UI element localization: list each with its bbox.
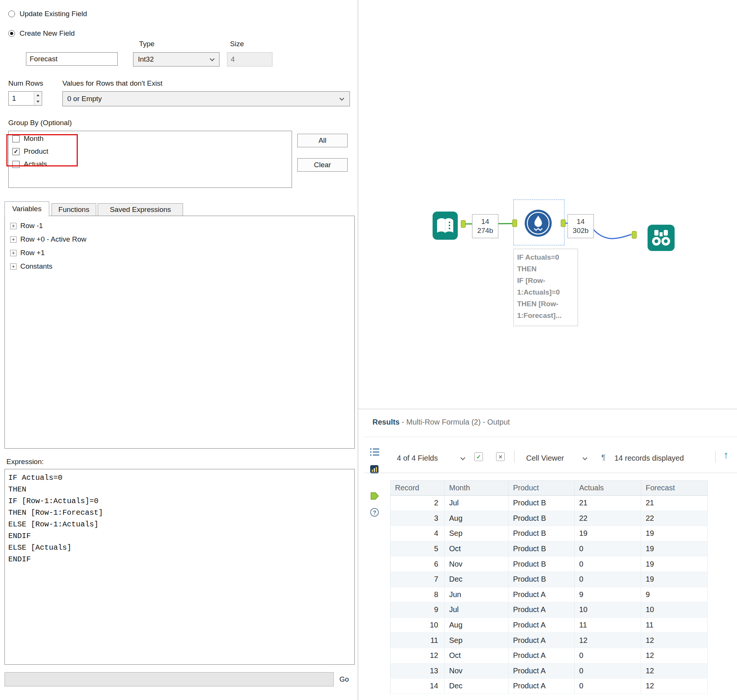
table-row[interactable]: 5OctProduct B019 (390, 541, 708, 556)
table-cell: 12 (641, 648, 708, 663)
profile-view-icon[interactable] (370, 465, 378, 473)
connection1-label[interactable]: 14 274b (472, 214, 498, 238)
expand-icon[interactable]: + (10, 236, 17, 243)
list-view-icon[interactable] (370, 448, 380, 456)
table-cell: Product B (508, 541, 575, 556)
input-output-anchor[interactable] (461, 220, 466, 228)
values-rows-dropdown[interactable]: 0 or Empty (62, 91, 350, 106)
table-cell: 19 (641, 556, 708, 572)
table-cell: Product B (508, 511, 575, 526)
update-existing-radio[interactable] (8, 11, 15, 17)
table-cell: Product A (508, 663, 575, 679)
table-cell: 8 (390, 587, 445, 602)
column-header[interactable]: Actuals (575, 481, 641, 496)
spinner-down-button[interactable] (34, 98, 41, 105)
connection2-records: 14 (577, 217, 584, 226)
table-row[interactable]: 10AugProduct A1111 (390, 617, 708, 633)
type-label: Type (139, 40, 154, 48)
column-header[interactable]: Product (508, 481, 575, 496)
column-header[interactable]: Forecast (641, 481, 708, 496)
formula-output-anchor[interactable] (561, 219, 566, 227)
pilcrow-icon: ¶ (601, 453, 605, 462)
scroll-up-icon[interactable]: ↑ (723, 449, 729, 461)
annotation-highlight-box (6, 134, 78, 166)
type-dropdown[interactable]: Int32 (133, 52, 219, 67)
table-cell: 0 (575, 663, 641, 679)
table-row[interactable]: 6NovProduct B019 (390, 556, 708, 572)
column-header[interactable]: Record (390, 481, 445, 496)
select-fields-icon[interactable]: ✓ (474, 452, 483, 461)
table-cell: 11 (390, 633, 445, 648)
spinner-up-button[interactable] (34, 92, 41, 98)
size-input[interactable]: 4 (227, 52, 272, 67)
tab-variables[interactable]: Variables (5, 201, 49, 216)
table-row[interactable]: 11SepProduct A1212 (390, 633, 708, 648)
tree-item[interactable]: +Row +1 (5, 246, 354, 260)
table-cell: 0 (575, 679, 641, 694)
table-cell: Product B (508, 496, 575, 511)
tree-item-label: Row +0 - Active Row (20, 235, 86, 243)
table-row[interactable]: 7DecProduct B019 (390, 571, 708, 587)
table-row[interactable]: 9JulProduct A1010 (390, 602, 708, 618)
results-title-bold: Results (372, 418, 400, 426)
browse-input-anchor[interactable] (632, 231, 637, 239)
table-row[interactable]: 8JunProduct A99 (390, 587, 708, 602)
deselect-fields-icon[interactable]: ✕ (496, 452, 505, 461)
fields-summary-dropdown[interactable]: 4 of 4 Fields (397, 454, 438, 463)
table-cell: Aug (445, 617, 508, 633)
table-cell: Aug (445, 511, 508, 526)
clear-button[interactable]: Clear (297, 158, 348, 172)
output-anchor-icon[interactable] (370, 491, 379, 500)
expand-icon[interactable]: + (10, 250, 17, 256)
go-button[interactable]: Go (339, 675, 349, 683)
num-rows-spinner[interactable]: 1 (8, 91, 42, 106)
table-cell: 21 (575, 496, 641, 511)
tree-item[interactable]: +Constants (5, 260, 354, 273)
all-button[interactable]: All (297, 134, 348, 147)
expand-icon[interactable]: + (10, 263, 17, 270)
results-table: RecordMonthProductActualsForecast 2JulPr… (390, 480, 708, 694)
cell-viewer-dropdown[interactable]: Cell Viewer (526, 454, 564, 463)
expression-code[interactable]: IF Actuals=0 THEN IF [Row-1:Actuals]=0 T… (8, 472, 103, 565)
table-cell: 12 (641, 679, 708, 694)
table-cell: Product A (508, 679, 575, 694)
table-cell: Sep (445, 526, 508, 541)
table-row[interactable]: 12OctProduct A012 (390, 648, 708, 663)
tab-functions[interactable]: Functions (51, 203, 96, 216)
expand-icon[interactable]: + (10, 223, 17, 229)
column-header[interactable]: Month (445, 481, 508, 496)
values-rows-value: 0 or Empty (67, 95, 102, 103)
tree-item[interactable]: +Row +0 - Active Row (5, 233, 354, 246)
table-cell: Product A (508, 602, 575, 618)
table-cell: 10 (390, 617, 445, 633)
multi-row-formula-tool[interactable] (524, 209, 552, 237)
table-cell: 9 (575, 587, 641, 602)
table-row[interactable]: 2JulProduct B2121 (390, 496, 708, 511)
connection2-size: 302b (573, 226, 589, 235)
formula-input-anchor[interactable] (512, 219, 517, 227)
browse-tool[interactable] (647, 224, 675, 251)
tab-saved-expressions[interactable]: Saved Expressions (98, 203, 183, 216)
help-icon[interactable]: ? (370, 508, 379, 517)
tree-item-label: Row +1 (20, 249, 45, 257)
create-new-radio[interactable] (8, 30, 15, 37)
size-value: 4 (231, 55, 235, 63)
field-name-value: Forecast (30, 55, 58, 63)
table-row[interactable]: 14DecProduct A012 (390, 679, 708, 694)
table-cell: 19 (641, 526, 708, 541)
tool-annotation[interactable]: IF Actuals=0 THEN IF [Row- 1:Actuals]=0 … (513, 249, 578, 326)
field-name-input[interactable]: Forecast (26, 52, 118, 66)
table-row[interactable]: 3AugProduct B2222 (390, 511, 708, 526)
spinner-up-icon (36, 94, 39, 96)
go-command-bar[interactable] (5, 672, 334, 686)
table-row[interactable]: 13NovProduct A012 (390, 663, 708, 679)
tree-item[interactable]: +Row -1 (5, 219, 354, 233)
table-cell: 14 (390, 679, 445, 694)
table-row[interactable]: 4SepProduct B1919 (390, 526, 708, 541)
num-rows-value: 1 (12, 94, 16, 103)
table-cell: 10 (575, 602, 641, 618)
table-cell: 6 (390, 556, 445, 572)
input-data-tool[interactable] (432, 211, 458, 240)
results-table-body: 2JulProduct B21213AugProduct B22224SepPr… (390, 496, 708, 694)
connection2-label[interactable]: 14 302b (568, 214, 594, 238)
